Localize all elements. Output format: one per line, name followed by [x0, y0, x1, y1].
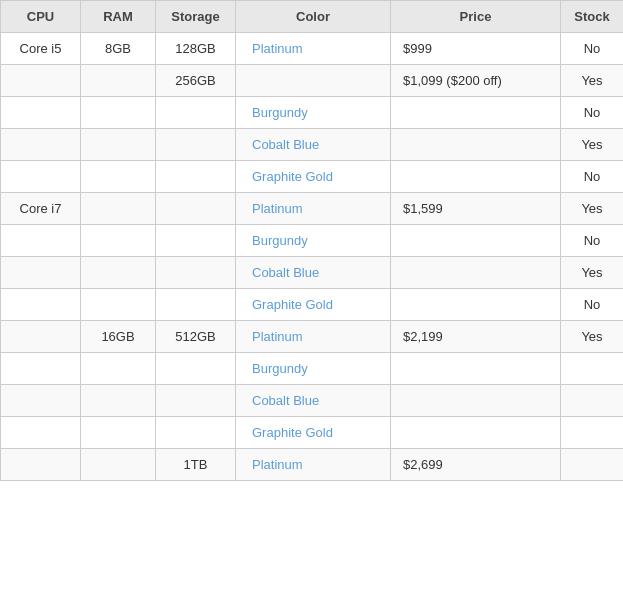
table-row: 1TBPlatinum$2,699	[1, 449, 624, 481]
cell-color: Cobalt Blue	[236, 129, 391, 161]
cell-price	[391, 289, 561, 321]
cell-color: Cobalt Blue	[236, 385, 391, 417]
cell-cpu: Core i7	[1, 193, 81, 225]
cell-stock	[561, 417, 624, 449]
cell-color: Cobalt Blue	[236, 257, 391, 289]
table-row: BurgundyNo	[1, 97, 624, 129]
table-row: 256GB$1,099 ($200 off)Yes	[1, 65, 624, 97]
cell-stock: Yes	[561, 257, 624, 289]
header-price: Price	[391, 1, 561, 33]
table-row: Cobalt Blue	[1, 385, 624, 417]
cell-cpu	[1, 449, 81, 481]
cell-price	[391, 353, 561, 385]
cell-ram	[81, 161, 156, 193]
cell-color: Graphite Gold	[236, 289, 391, 321]
cell-ram	[81, 65, 156, 97]
header-cpu: CPU	[1, 1, 81, 33]
header-storage: Storage	[156, 1, 236, 33]
cell-storage	[156, 417, 236, 449]
cell-cpu	[1, 129, 81, 161]
cell-cpu	[1, 161, 81, 193]
cell-stock: Yes	[561, 65, 624, 97]
cell-ram	[81, 289, 156, 321]
cell-ram	[81, 353, 156, 385]
table-row: Core i7Platinum$1,599Yes	[1, 193, 624, 225]
cell-price	[391, 417, 561, 449]
header-color: Color	[236, 1, 391, 33]
cell-price	[391, 385, 561, 417]
table-row: Graphite GoldNo	[1, 289, 624, 321]
cell-price	[391, 129, 561, 161]
cell-stock: Yes	[561, 129, 624, 161]
cell-color: Platinum	[236, 321, 391, 353]
cell-price: $2,199	[391, 321, 561, 353]
table-row: Core i58GB128GBPlatinum$999No	[1, 33, 624, 65]
cell-stock	[561, 449, 624, 481]
cell-cpu: Core i5	[1, 33, 81, 65]
cell-color: Graphite Gold	[236, 417, 391, 449]
table-row: Burgundy	[1, 353, 624, 385]
cell-storage	[156, 257, 236, 289]
cell-color: Burgundy	[236, 353, 391, 385]
cell-storage	[156, 353, 236, 385]
cell-storage: 128GB	[156, 33, 236, 65]
cell-cpu	[1, 65, 81, 97]
cell-storage: 256GB	[156, 65, 236, 97]
cell-cpu	[1, 97, 81, 129]
cell-ram: 16GB	[81, 321, 156, 353]
cell-cpu	[1, 289, 81, 321]
cell-stock: No	[561, 33, 624, 65]
header-ram: RAM	[81, 1, 156, 33]
cell-ram	[81, 385, 156, 417]
table-row: Graphite GoldNo	[1, 161, 624, 193]
cell-stock: No	[561, 97, 624, 129]
cell-ram	[81, 225, 156, 257]
cell-cpu	[1, 385, 81, 417]
cell-price: $1,599	[391, 193, 561, 225]
cell-cpu	[1, 417, 81, 449]
cell-stock: No	[561, 161, 624, 193]
cell-ram	[81, 97, 156, 129]
cell-storage	[156, 289, 236, 321]
cell-ram	[81, 449, 156, 481]
cell-price: $2,699	[391, 449, 561, 481]
cell-cpu	[1, 321, 81, 353]
cell-price	[391, 97, 561, 129]
cell-price: $999	[391, 33, 561, 65]
table-row: Cobalt BlueYes	[1, 129, 624, 161]
cell-storage: 512GB	[156, 321, 236, 353]
cell-color: Graphite Gold	[236, 161, 391, 193]
table-row: Cobalt BlueYes	[1, 257, 624, 289]
cell-price	[391, 257, 561, 289]
cell-storage	[156, 193, 236, 225]
cell-color: Platinum	[236, 449, 391, 481]
cell-storage	[156, 97, 236, 129]
cell-storage: 1TB	[156, 449, 236, 481]
cell-price	[391, 161, 561, 193]
cell-price	[391, 225, 561, 257]
cell-ram	[81, 257, 156, 289]
cell-storage	[156, 161, 236, 193]
cell-ram: 8GB	[81, 33, 156, 65]
cell-stock: Yes	[561, 193, 624, 225]
cell-stock	[561, 385, 624, 417]
cell-color: Platinum	[236, 193, 391, 225]
cell-color: Burgundy	[236, 97, 391, 129]
header-stock: Stock	[561, 1, 624, 33]
cell-price: $1,099 ($200 off)	[391, 65, 561, 97]
cell-stock: Yes	[561, 321, 624, 353]
cell-color: Platinum	[236, 33, 391, 65]
cell-ram	[81, 417, 156, 449]
cell-storage	[156, 385, 236, 417]
cell-stock	[561, 353, 624, 385]
cell-storage	[156, 129, 236, 161]
cell-stock: No	[561, 225, 624, 257]
cell-ram	[81, 129, 156, 161]
cell-cpu	[1, 257, 81, 289]
table-row: BurgundyNo	[1, 225, 624, 257]
cell-color: Burgundy	[236, 225, 391, 257]
cell-stock: No	[561, 289, 624, 321]
cell-color	[236, 65, 391, 97]
table-row: Graphite Gold	[1, 417, 624, 449]
cell-storage	[156, 225, 236, 257]
